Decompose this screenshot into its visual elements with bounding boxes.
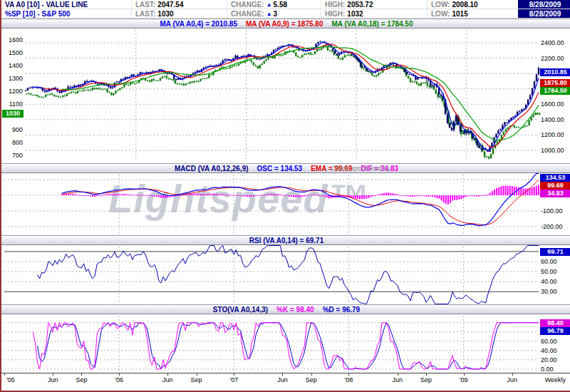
change-value-2: 3	[274, 10, 278, 18]
change-cell-2: CHANGE: ▲ 3	[227, 9, 321, 18]
time-axis-label: Sep	[302, 376, 321, 383]
last-value-1: 2047.54	[157, 1, 183, 9]
up-arrow-icon: ▲	[266, 11, 272, 17]
low-label: LOW:	[431, 1, 450, 9]
symbol-2-label: %SP [10] - S&P 500	[5, 10, 70, 18]
symbol-1-label: VA A0 [10] - VALUE LINE	[5, 1, 88, 9]
time-tick	[348, 373, 349, 376]
time-axis: Weekly '05JunSep'06JunSep'07JunSep'08Jun…	[1, 373, 570, 392]
high-label-2: HIGH:	[325, 10, 345, 18]
time-tick	[426, 373, 427, 376]
header-row-sp500: %SP [10] - S&P 500 LAST: 1030 CHANGE: ▲ …	[1, 9, 570, 19]
time-tick	[81, 373, 82, 376]
low-cell-1: LOW: 2008.10	[427, 0, 518, 9]
indicator-title-text: OSC = 134.53	[257, 165, 303, 172]
time-axis-label: '07	[224, 376, 243, 383]
time-tick	[282, 373, 283, 376]
low-label-2: LOW:	[431, 10, 450, 18]
time-axis-label: '05	[1, 376, 20, 383]
last-cell-2: LAST: 1030	[131, 9, 227, 18]
time-tick	[311, 373, 312, 376]
last-cell-1: LAST: 2047.54	[131, 0, 227, 9]
chart-application-window: VA A0 [10] - VALUE LINE LAST: 2047.54 CH…	[0, 0, 570, 392]
indicator-title-text: MA (VA A0,18) = 1784.50	[331, 20, 413, 28]
ma-indicator-bar: MA (VA A0,4) = 2010.85MA (VA A0,9) = 187…	[1, 19, 570, 29]
change-label-2: CHANGE:	[231, 10, 264, 18]
time-axis-label: Sep	[187, 376, 206, 383]
indicator-title-text: %K = 98.40	[276, 306, 314, 314]
price-chart-plot[interactable]	[1, 29, 570, 163]
indicator-title-text: MA (VA A0,9) = 1875.80	[246, 20, 323, 28]
high-value-1: 2053.72	[347, 1, 373, 9]
time-axis-label: '09	[455, 376, 473, 383]
sto-plot[interactable]	[1, 314, 570, 373]
sto-title-bar: STO(VA A0,14,3)%K = 98.40%D = 96.79	[1, 304, 570, 314]
indicator-title-text: STO(VA A0,14,3)	[213, 306, 268, 314]
high-value-2: 1032	[347, 10, 363, 18]
indicator-title-text: %D = 96.79	[323, 306, 361, 314]
time-axis-label: Sep	[417, 376, 435, 383]
time-axis-label: Jun	[158, 376, 177, 383]
symbol-cell-1: VA A0 [10] - VALUE LINE	[1, 0, 131, 9]
date-box-2: 8/28/2009	[518, 9, 570, 18]
rsi-plot[interactable]	[1, 245, 570, 304]
change-value-1: 5.58	[274, 1, 287, 9]
low-cell-2: LOW: 1015	[427, 9, 518, 18]
header-row-value-line: VA A0 [10] - VALUE LINE LAST: 2047.54 CH…	[1, 0, 570, 9]
rsi-title-bar: RSI (VA A0,14) = 69.71	[1, 235, 570, 245]
high-label: HIGH:	[325, 1, 345, 9]
high-cell-2: HIGH: 1032	[321, 9, 427, 18]
low-value-1: 2008.10	[452, 1, 477, 9]
time-axis-label: Jun	[503, 376, 522, 383]
time-tick	[119, 373, 120, 376]
time-tick	[234, 373, 234, 376]
high-cell-1: HIGH: 2053.72	[321, 0, 427, 9]
low-value-2: 1015	[452, 10, 467, 18]
time-tick	[53, 373, 53, 376]
time-tick	[464, 373, 465, 376]
date-box-1: 8/28/2009	[518, 0, 570, 9]
last-value-2: 1030	[157, 10, 173, 18]
time-axis-label: '06	[110, 376, 128, 383]
indicator-title-text: RSI (VA A0,14) = 69.71	[249, 237, 323, 244]
time-axis-label: Jun	[43, 376, 62, 383]
period-label: Weekly	[545, 376, 566, 383]
last-label: LAST:	[135, 1, 155, 9]
time-axis-label: Sep	[72, 376, 90, 383]
macd-plot[interactable]	[1, 173, 570, 235]
time-tick	[398, 373, 398, 376]
symbol-cell-2: %SP [10] - S&P 500	[1, 9, 131, 18]
up-arrow-icon: ▲	[266, 1, 272, 8]
indicator-title-text: MACD (VA A0,12,26,9)	[175, 165, 249, 172]
time-axis-label: '08	[339, 376, 358, 383]
change-cell-1: CHANGE: ▲ 5.58	[227, 0, 321, 9]
change-label: CHANGE:	[231, 1, 264, 9]
sponsor-text: Charts sponsored by:	[331, 165, 392, 172]
time-tick	[197, 373, 197, 376]
indicator-title-text: MA (VA A0,4) = 2010.85	[160, 20, 237, 28]
time-tick	[512, 373, 513, 376]
time-tick	[167, 373, 168, 376]
last-label-2: LAST:	[135, 10, 155, 18]
macd-title-bar: MACD (VA A0,12,26,9)OSC = 134.53EMA = 99…	[1, 163, 570, 173]
time-axis-label: Jun	[273, 376, 291, 383]
time-axis-label: Jun	[388, 376, 407, 383]
time-tick	[4, 373, 5, 376]
